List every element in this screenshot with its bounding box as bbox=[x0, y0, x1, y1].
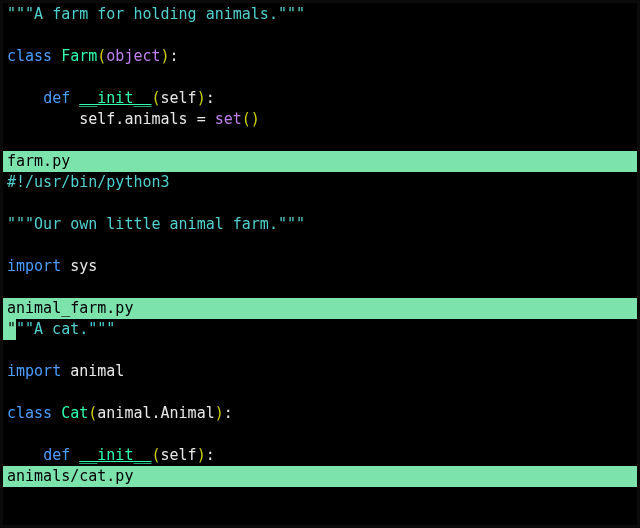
code-line[interactable] bbox=[3, 277, 637, 298]
code-line[interactable] bbox=[3, 340, 637, 361]
code-line[interactable]: #!/usr/bin/python3 bbox=[3, 172, 637, 193]
code-line[interactable]: """A farm for holding animals.""" bbox=[3, 4, 637, 25]
code-line[interactable]: """Our own little animal farm.""" bbox=[3, 214, 637, 235]
code-line[interactable]: def __init__(self): bbox=[3, 445, 637, 466]
code-line[interactable]: class Cat(animal.Animal): bbox=[3, 403, 637, 424]
code-line[interactable]: import sys bbox=[3, 256, 637, 277]
code-line[interactable] bbox=[3, 235, 637, 256]
code-line[interactable]: import animal bbox=[3, 361, 637, 382]
code-line[interactable]: """A cat.""" bbox=[3, 319, 637, 340]
status-bar: animal_farm.py bbox=[3, 298, 637, 319]
editor-viewport[interactable]: """A farm for holding animals.""" class … bbox=[0, 0, 640, 528]
code-line[interactable] bbox=[3, 382, 637, 403]
code-line[interactable] bbox=[3, 424, 637, 445]
status-bar: animals/cat.py bbox=[3, 466, 637, 487]
code-line[interactable] bbox=[3, 130, 637, 151]
code-line[interactable] bbox=[3, 67, 637, 88]
buffer-filename: farm.py bbox=[7, 152, 70, 170]
code-line[interactable]: class Farm(object): bbox=[3, 46, 637, 67]
code-line[interactable] bbox=[3, 25, 637, 46]
code-line[interactable]: self.animals = set() bbox=[3, 109, 637, 130]
cursor: " bbox=[3, 319, 16, 340]
buffer-filename: animal_farm.py bbox=[7, 299, 133, 317]
status-bar: farm.py bbox=[3, 151, 637, 172]
code-line[interactable]: def __init__(self): bbox=[3, 88, 637, 109]
code-line[interactable] bbox=[3, 193, 637, 214]
buffer-filename: animals/cat.py bbox=[7, 467, 133, 485]
